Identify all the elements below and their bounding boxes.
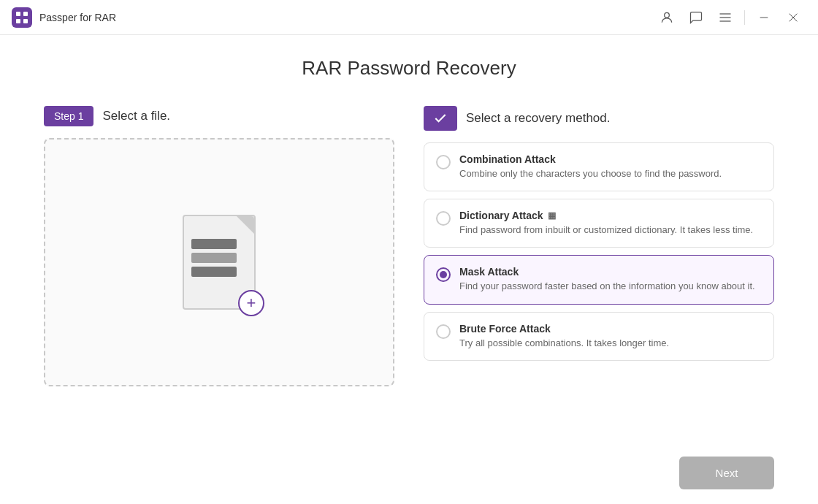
dictionary-copy-icon: ▦ — [548, 210, 556, 221]
option-brute-desc: Try all possible combinations. It takes … — [459, 337, 669, 350]
recovery-options: Combination Attack Combine only the char… — [424, 142, 774, 361]
rar-bar-2 — [191, 253, 237, 263]
svg-rect-1 — [23, 12, 28, 16]
left-column: Step 1 Select a file. + — [44, 106, 394, 445]
option-combination[interactable]: Combination Attack Combine only the char… — [424, 142, 774, 191]
option-dictionary-text: Dictionary Attack ▦ Find password from i… — [459, 210, 753, 237]
footer: Next — [0, 445, 818, 504]
option-dictionary[interactable]: Dictionary Attack ▦ Find password from i… — [424, 199, 774, 248]
option-combination-text: Combination Attack Combine only the char… — [459, 153, 722, 180]
option-dictionary-desc: Find password from inbuilt or customized… — [459, 224, 753, 237]
titlebar: Passper for RAR — [0, 0, 818, 35]
minimize-button[interactable] — [751, 4, 777, 31]
main-columns: Step 1 Select a file. + — [44, 106, 774, 445]
add-file-plus[interactable]: + — [238, 290, 264, 316]
chat-button[interactable] — [683, 4, 709, 31]
menu-button[interactable] — [712, 4, 738, 31]
next-button[interactable]: Next — [679, 457, 774, 489]
account-button[interactable] — [654, 4, 680, 31]
step2-header: Select a recovery method. — [424, 106, 774, 131]
step2-check-badge — [424, 106, 457, 131]
option-mask-text: Mask Attack Find your password faster ba… — [459, 266, 755, 293]
option-combination-title: Combination Attack — [459, 153, 722, 165]
radio-combination[interactable] — [436, 155, 451, 169]
option-brute[interactable]: Brute Force Attack Try all possible comb… — [424, 312, 774, 361]
step1-header: Step 1 Select a file. — [44, 106, 394, 126]
rar-bar-1 — [191, 239, 237, 249]
titlebar-left: Passper for RAR — [12, 7, 116, 28]
rar-file-icon: + — [175, 211, 263, 313]
option-brute-text: Brute Force Attack Try all possible comb… — [459, 323, 669, 350]
svg-rect-2 — [16, 19, 20, 23]
radio-dictionary[interactable] — [436, 211, 451, 226]
app-icon — [12, 7, 32, 28]
svg-rect-0 — [16, 12, 20, 16]
option-brute-title: Brute Force Attack — [459, 323, 669, 335]
option-mask-title: Mask Attack — [459, 266, 755, 278]
svg-rect-3 — [23, 19, 28, 23]
main-content: RAR Password Recovery Step 1 Select a fi… — [0, 35, 818, 445]
option-combination-desc: Combine only the characters you choose t… — [459, 167, 722, 180]
titlebar-separator — [744, 10, 745, 25]
radio-mask[interactable] — [436, 267, 451, 282]
close-button[interactable] — [780, 4, 806, 31]
page-title: RAR Password Recovery — [44, 57, 774, 80]
step1-label: Select a file. — [102, 109, 170, 123]
option-mask-desc: Find your password faster based on the i… — [459, 280, 755, 293]
radio-brute[interactable] — [436, 324, 451, 339]
file-drop-zone[interactable]: + — [44, 138, 394, 386]
rar-bars — [191, 239, 237, 277]
svg-point-4 — [665, 12, 670, 18]
rar-bar-3 — [191, 267, 237, 277]
step2-label: Select a recovery method. — [466, 111, 610, 126]
right-column: Select a recovery method. Combination At… — [424, 106, 774, 445]
option-dictionary-title: Dictionary Attack ▦ — [459, 210, 753, 221]
titlebar-right — [654, 4, 806, 31]
radio-mask-inner — [440, 271, 447, 278]
step1-badge: Step 1 — [44, 106, 93, 126]
option-mask[interactable]: Mask Attack Find your password faster ba… — [424, 255, 774, 304]
app-title-text: Passper for RAR — [39, 12, 116, 23]
